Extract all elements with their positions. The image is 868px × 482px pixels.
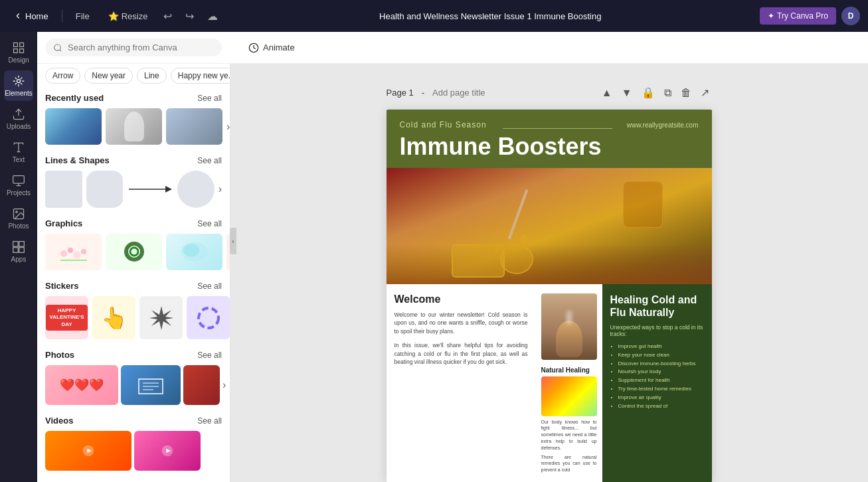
graphic-flowers[interactable] (45, 234, 102, 270)
shape-square[interactable] (45, 171, 82, 208)
graphics-see-all[interactable]: See all (197, 219, 222, 228)
recently-thumb-1[interactable] (45, 108, 102, 145)
undo-button[interactable]: ↩ (161, 7, 175, 25)
sidebar-item-apps[interactable]: Apps (4, 236, 33, 267)
graphic-watercolor[interactable] (166, 234, 222, 270)
page-title-input[interactable] (432, 88, 544, 98)
recently-thumb-3[interactable] (166, 108, 222, 145)
page-delete-button[interactable]: 🗑 (678, 84, 694, 102)
stickers-title: Stickers (45, 281, 79, 291)
sidebar-item-projects[interactable]: Projects (4, 170, 33, 201)
newsletter-header[interactable]: Cold and Flu Season www.reallygreatsite.… (387, 110, 712, 168)
page-dash: - (422, 88, 424, 98)
svg-point-17 (60, 250, 67, 257)
svg-rect-10 (19, 242, 25, 247)
stickers-grid: HAPPYVALENTINE'SDAY 👆 › (45, 296, 222, 339)
shape-circle[interactable] (177, 171, 215, 208)
recently-thumb-2[interactable] (106, 108, 162, 145)
panel-collapse-handle[interactable]: ‹ (230, 228, 236, 254)
elements-panel: Arrow New year Line Happy new ye... › Re… (37, 32, 230, 482)
sticker-swirl[interactable] (187, 296, 230, 339)
videos-title: Videos (45, 416, 73, 426)
recently-used-title: Recently used (45, 93, 104, 103)
photos-section: Photos See all ❤️❤️❤️ (45, 350, 222, 405)
page-container: Page 1 - ▲ ▼ 🔒 ⧉ 🗑 ↗ ↺ (387, 84, 712, 482)
cloud-button[interactable]: ☁ (205, 7, 220, 25)
redo-button[interactable]: ↪ (183, 7, 197, 25)
sticker-pointing-hand[interactable]: 👆 (92, 296, 135, 339)
newsletter-title[interactable]: Immune Boosters (400, 133, 699, 160)
svg-rect-12 (19, 248, 25, 253)
recently-used-see-all[interactable]: See all (197, 94, 222, 103)
newsletter-website: www.reallygreatsite.com (627, 121, 699, 129)
sidebar-icons: Design Elements Uploads Text Projects Ph… (0, 32, 37, 482)
videos-section: Videos See all (45, 416, 222, 471)
photos-nav-icon[interactable]: › (222, 379, 226, 391)
newsletter-hero[interactable] (387, 168, 712, 284)
tag-chip-line[interactable]: Line (137, 68, 167, 84)
resize-button[interactable]: ⭐ Resize (103, 9, 153, 24)
videos-grid (45, 431, 222, 471)
list-item: Discover immune-boosting herbs (618, 360, 704, 368)
tag-chip-happy[interactable]: Happy new ye... (171, 68, 230, 84)
search-input-wrap[interactable] (45, 39, 222, 56)
sidebar-item-elements[interactable]: Elements (4, 70, 33, 101)
stickers-see-all[interactable]: See all (197, 281, 222, 291)
list-item: Improve gut health (618, 343, 704, 351)
sticker-burst[interactable] (139, 296, 183, 339)
try-pro-button[interactable]: ✦ Try Canva Pro (760, 7, 836, 25)
tag-chip-newyear[interactable]: New year (84, 68, 133, 84)
natural-healing-image[interactable] (541, 376, 597, 416)
photo-classroom[interactable] (121, 365, 181, 405)
recently-used-grid: › (45, 108, 222, 145)
video-pink[interactable] (134, 431, 201, 471)
citrus-visual (541, 376, 597, 416)
animate-button[interactable]: Animate (240, 39, 303, 57)
page-add-button[interactable]: ↗ (698, 84, 712, 102)
list-item: Control the spread of (618, 402, 704, 411)
home-button[interactable]: Home (8, 9, 54, 24)
page-lock-button[interactable]: 🔒 (639, 84, 657, 102)
canvas-toolbar: Animate (230, 32, 868, 64)
list-item: Improve air quality (618, 394, 704, 402)
recently-used-section: Recently used See all › (45, 93, 222, 145)
healing-list: Improve gut health Keep your nose clean … (610, 343, 704, 410)
page-duplicate-button[interactable]: ⧉ (661, 84, 674, 102)
sticker-valentine[interactable]: HAPPYVALENTINE'SDAY (45, 296, 88, 339)
tag-chip-arrow[interactable]: Arrow (45, 68, 80, 84)
page-actions: ▲ ▼ 🔒 ⧉ 🗑 ↗ (599, 84, 712, 102)
search-input[interactable] (68, 42, 214, 52)
shapes-nav-icon[interactable]: › (218, 183, 222, 195)
graphics-title: Graphics (45, 218, 82, 228)
video-orange[interactable] (45, 431, 131, 471)
file-button[interactable]: File (70, 9, 95, 24)
page-down-button[interactable]: ▼ (619, 84, 635, 102)
photo-bokeh[interactable] (183, 365, 220, 405)
lines-shapes-see-all[interactable]: See all (197, 156, 222, 165)
svg-point-19 (73, 251, 81, 259)
sidebar-item-photos[interactable]: Photos (4, 203, 33, 234)
canvas-scroll[interactable]: Page 1 - ▲ ▼ 🔒 ⧉ 🗑 ↗ ↺ (230, 64, 868, 482)
natural-healing-title: Natural Healing (541, 366, 597, 374)
svg-rect-1 (20, 43, 24, 47)
photo-hearts[interactable]: ❤️❤️❤️ (45, 365, 118, 405)
welcome-text-1: Welcome to our winter newsletter! Cold s… (394, 311, 528, 336)
graphics-header: Graphics See all (45, 218, 222, 228)
svg-point-22 (126, 244, 142, 260)
diffuser-image[interactable] (541, 293, 597, 360)
svg-rect-9 (13, 242, 19, 247)
newsletter-left-column: Welcome Welcome to our winter newsletter… (387, 284, 536, 482)
graphic-wreath[interactable] (106, 234, 162, 270)
lines-shapes-section: Lines & Shapes See all › (45, 155, 222, 208)
avatar[interactable]: D (841, 7, 860, 25)
page-up-button[interactable]: ▲ (599, 84, 615, 102)
shape-line[interactable] (127, 171, 173, 208)
videos-see-all[interactable]: See all (197, 416, 222, 426)
stickers-section: Stickers See all HAPPYVALENTINE'SDAY 👆 (45, 281, 222, 339)
shape-rounded[interactable] (86, 171, 124, 208)
sidebar-item-design[interactable]: Design (4, 37, 33, 68)
sidebar-item-uploads[interactable]: Uploads (4, 104, 33, 134)
sidebar-item-text[interactable]: Text (4, 137, 33, 167)
newsletter-canvas: ↺ Cold and Flu Season www.reallygreatsit… (387, 110, 712, 482)
photos-see-all[interactable]: See all (197, 351, 222, 360)
